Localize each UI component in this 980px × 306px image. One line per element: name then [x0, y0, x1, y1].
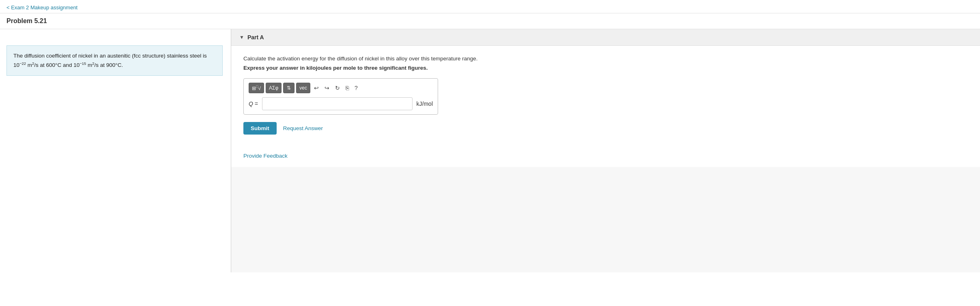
help-icon: ? [355, 85, 358, 91]
submit-button[interactable]: Submit [243, 122, 277, 135]
back-link[interactable]: < Exam 2 Makeup assignment [6, 4, 77, 11]
math-toolbar: ⊞□√ ΑΣφ ⇅ vec ↩ ↪ [249, 83, 433, 93]
reset-button[interactable]: ↻ [333, 83, 342, 93]
part-label: Part A [247, 34, 264, 41]
part-header: ▼ Part A [231, 29, 980, 46]
answer-input[interactable] [262, 97, 413, 110]
reset-icon: ↻ [335, 85, 340, 91]
redo-button[interactable]: ↪ [322, 83, 331, 93]
alpha-sigma-button[interactable]: ΑΣφ [266, 83, 282, 93]
statement-text: The diffusion coefficient of nickel in a… [13, 53, 207, 68]
feedback-section: Provide Feedback [231, 144, 980, 167]
provide-feedback-link[interactable]: Provide Feedback [243, 153, 288, 159]
q-label: Q = [249, 101, 258, 107]
main-layout: The diffusion coefficient of nickel in a… [0, 29, 980, 272]
part-content: Calculate the activation energy for the … [231, 46, 980, 144]
alpha-sigma-icon: ΑΣφ [269, 85, 278, 91]
question-text: Calculate the activation energy for the … [243, 56, 968, 62]
answer-box: ⊞□√ ΑΣφ ⇅ vec ↩ ↪ [243, 78, 438, 115]
action-row: Submit Request Answer [243, 122, 968, 135]
problem-statement: The diffusion coefficient of nickel in a… [6, 45, 223, 76]
collapse-icon[interactable]: ▼ [239, 34, 244, 40]
redo-icon: ↪ [325, 85, 329, 91]
request-answer-link[interactable]: Request Answer [283, 125, 323, 131]
matrix-sqrt-button[interactable]: ⊞□√ [249, 83, 264, 93]
vec-icon: vec [299, 85, 307, 91]
left-panel: The diffusion coefficient of nickel in a… [0, 29, 231, 272]
input-row: Q = kJ/mol [249, 97, 433, 110]
bold-instruction: Express your answer in kilojoules per mo… [243, 65, 968, 71]
keyboard-icon: ⎘ [346, 85, 349, 91]
help-button[interactable]: ? [352, 83, 360, 93]
undo-icon: ↩ [314, 85, 319, 91]
keyboard-button[interactable]: ⎘ [344, 83, 351, 93]
unit-label: kJ/mol [417, 101, 433, 107]
vec-button[interactable]: vec [296, 83, 310, 93]
problem-title: Problem 5.21 [0, 13, 980, 29]
sort-button[interactable]: ⇅ [283, 83, 294, 93]
right-panel: ▼ Part A Calculate the activation energy… [231, 29, 980, 272]
top-nav: < Exam 2 Makeup assignment [0, 0, 980, 13]
matrix-sqrt-icon: ⊞□√ [252, 85, 261, 91]
undo-button[interactable]: ↩ [312, 83, 321, 93]
sort-icon: ⇅ [287, 85, 291, 91]
